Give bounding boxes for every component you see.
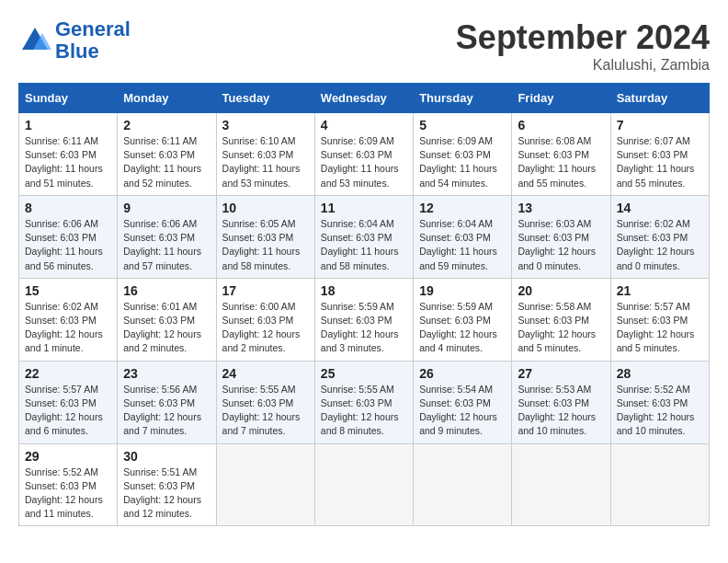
day-info: Sunrise: 6:04 AM Sunset: 6:03 PM Dayligh… <box>419 217 506 273</box>
day-number: 14 <box>617 201 703 215</box>
day-number: 1 <box>25 118 111 132</box>
calendar-cell: 25Sunrise: 5:55 AM Sunset: 6:03 PM Dayli… <box>314 361 413 443</box>
day-info: Sunrise: 6:11 AM Sunset: 6:03 PM Dayligh… <box>25 134 111 190</box>
day-number: 6 <box>518 118 604 132</box>
location-title: Kalulushi, Zambia <box>456 57 710 74</box>
day-info: Sunrise: 6:02 AM Sunset: 6:03 PM Dayligh… <box>25 300 111 356</box>
day-info: Sunrise: 6:06 AM Sunset: 6:03 PM Dayligh… <box>25 217 111 273</box>
calendar-cell: 9Sunrise: 6:06 AM Sunset: 6:03 PM Daylig… <box>118 195 216 278</box>
day-number: 25 <box>321 366 407 381</box>
day-number: 13 <box>518 201 604 215</box>
day-info: Sunrise: 5:52 AM Sunset: 6:03 PM Dayligh… <box>25 465 111 522</box>
calendar-cell: 14Sunrise: 6:02 AM Sunset: 6:03 PM Dayli… <box>610 195 709 278</box>
logo-line2: Blue <box>55 40 99 63</box>
day-number: 19 <box>419 283 506 298</box>
calendar-cell: 13Sunrise: 6:03 AM Sunset: 6:03 PM Dayli… <box>512 195 610 278</box>
weekday-header-wednesday: Wednesday <box>314 84 413 113</box>
calendar-cell: 19Sunrise: 5:59 AM Sunset: 6:03 PM Dayli… <box>414 278 512 361</box>
calendar-cell: 16Sunrise: 6:01 AM Sunset: 6:03 PM Dayli… <box>118 278 216 361</box>
calendar-cell <box>216 443 314 526</box>
day-number: 9 <box>123 201 210 215</box>
day-number: 29 <box>25 449 111 464</box>
day-info: Sunrise: 5:56 AM Sunset: 6:03 PM Dayligh… <box>123 383 210 439</box>
weekday-header-thursday: Thursday <box>414 84 512 113</box>
calendar-cell: 12Sunrise: 6:04 AM Sunset: 6:03 PM Dayli… <box>414 195 512 278</box>
day-info: Sunrise: 6:06 AM Sunset: 6:03 PM Dayligh… <box>123 217 210 273</box>
calendar-cell: 4Sunrise: 6:09 AM Sunset: 6:03 PM Daylig… <box>314 113 413 196</box>
day-info: Sunrise: 6:03 AM Sunset: 6:03 PM Dayligh… <box>518 217 604 273</box>
logo: General Blue <box>18 18 131 63</box>
title-block: September 2024 Kalulushi, Zambia <box>456 18 710 74</box>
calendar-cell: 28Sunrise: 5:52 AM Sunset: 6:03 PM Dayli… <box>610 361 709 443</box>
day-info: Sunrise: 6:01 AM Sunset: 6:03 PM Dayligh… <box>123 300 210 356</box>
calendar-cell: 6Sunrise: 6:08 AM Sunset: 6:03 PM Daylig… <box>512 113 610 196</box>
calendar-cell: 15Sunrise: 6:02 AM Sunset: 6:03 PM Dayli… <box>19 278 118 361</box>
calendar-cell: 24Sunrise: 5:55 AM Sunset: 6:03 PM Dayli… <box>216 361 314 443</box>
day-info: Sunrise: 5:53 AM Sunset: 6:03 PM Dayligh… <box>518 383 604 439</box>
calendar-cell: 2Sunrise: 6:11 AM Sunset: 6:03 PM Daylig… <box>118 113 216 196</box>
day-number: 2 <box>123 118 210 132</box>
day-number: 16 <box>123 283 210 298</box>
calendar-cell: 17Sunrise: 6:00 AM Sunset: 6:03 PM Dayli… <box>216 278 314 361</box>
day-info: Sunrise: 6:00 AM Sunset: 6:03 PM Dayligh… <box>222 300 309 356</box>
weekday-header-sunday: Sunday <box>19 84 118 113</box>
day-info: Sunrise: 5:57 AM Sunset: 6:03 PM Dayligh… <box>25 383 111 439</box>
calendar-cell: 26Sunrise: 5:54 AM Sunset: 6:03 PM Dayli… <box>414 361 512 443</box>
calendar-cell: 29Sunrise: 5:52 AM Sunset: 6:03 PM Dayli… <box>19 443 118 526</box>
day-number: 27 <box>518 366 604 381</box>
day-info: Sunrise: 5:51 AM Sunset: 6:03 PM Dayligh… <box>123 465 210 522</box>
weekday-header-friday: Friday <box>512 84 610 113</box>
calendar-cell <box>314 443 413 526</box>
day-info: Sunrise: 6:09 AM Sunset: 6:03 PM Dayligh… <box>321 134 407 190</box>
day-number: 12 <box>419 201 506 215</box>
day-number: 17 <box>222 283 309 298</box>
calendar-cell: 10Sunrise: 6:05 AM Sunset: 6:03 PM Dayli… <box>216 195 314 278</box>
calendar-cell: 11Sunrise: 6:04 AM Sunset: 6:03 PM Dayli… <box>314 195 413 278</box>
day-number: 8 <box>25 201 111 215</box>
day-number: 30 <box>123 449 210 464</box>
day-number: 20 <box>518 283 604 298</box>
weekday-header-row: SundayMondayTuesdayWednesdayThursdayFrid… <box>19 84 710 113</box>
day-number: 26 <box>419 366 506 381</box>
weekday-header-monday: Monday <box>118 84 216 113</box>
day-info: Sunrise: 5:58 AM Sunset: 6:03 PM Dayligh… <box>518 300 604 356</box>
day-number: 24 <box>222 366 309 381</box>
day-info: Sunrise: 6:02 AM Sunset: 6:03 PM Dayligh… <box>617 217 703 273</box>
calendar-table: SundayMondayTuesdayWednesdayThursdayFrid… <box>18 83 710 526</box>
logo-text: General Blue <box>55 18 131 63</box>
calendar-cell <box>512 443 610 526</box>
calendar-cell: 3Sunrise: 6:10 AM Sunset: 6:03 PM Daylig… <box>216 113 314 196</box>
day-info: Sunrise: 5:52 AM Sunset: 6:03 PM Dayligh… <box>617 383 703 439</box>
month-title: September 2024 <box>456 18 710 57</box>
calendar-cell: 5Sunrise: 6:09 AM Sunset: 6:03 PM Daylig… <box>414 113 512 196</box>
day-info: Sunrise: 5:55 AM Sunset: 6:03 PM Dayligh… <box>321 383 407 439</box>
day-info: Sunrise: 5:59 AM Sunset: 6:03 PM Dayligh… <box>419 300 506 356</box>
calendar-cell: 23Sunrise: 5:56 AM Sunset: 6:03 PM Dayli… <box>118 361 216 443</box>
day-info: Sunrise: 5:57 AM Sunset: 6:03 PM Dayligh… <box>617 300 703 356</box>
day-number: 22 <box>25 366 111 381</box>
day-info: Sunrise: 6:11 AM Sunset: 6:03 PM Dayligh… <box>123 134 210 190</box>
day-info: Sunrise: 6:05 AM Sunset: 6:03 PM Dayligh… <box>222 217 309 273</box>
calendar-week-row: 1Sunrise: 6:11 AM Sunset: 6:03 PM Daylig… <box>19 113 710 196</box>
calendar-cell: 21Sunrise: 5:57 AM Sunset: 6:03 PM Dayli… <box>610 278 709 361</box>
calendar-week-row: 15Sunrise: 6:02 AM Sunset: 6:03 PM Dayli… <box>19 278 710 361</box>
logo-line1: General <box>55 17 131 40</box>
day-info: Sunrise: 5:59 AM Sunset: 6:03 PM Dayligh… <box>321 300 407 356</box>
day-info: Sunrise: 5:55 AM Sunset: 6:03 PM Dayligh… <box>222 383 309 439</box>
calendar-cell: 20Sunrise: 5:58 AM Sunset: 6:03 PM Dayli… <box>512 278 610 361</box>
day-info: Sunrise: 6:08 AM Sunset: 6:03 PM Dayligh… <box>518 134 604 190</box>
calendar-week-row: 22Sunrise: 5:57 AM Sunset: 6:03 PM Dayli… <box>19 361 710 443</box>
calendar-cell <box>414 443 512 526</box>
calendar-cell <box>610 443 709 526</box>
weekday-header-saturday: Saturday <box>610 84 709 113</box>
day-number: 11 <box>321 201 407 215</box>
calendar-week-row: 29Sunrise: 5:52 AM Sunset: 6:03 PM Dayli… <box>19 443 710 526</box>
day-number: 4 <box>321 118 407 132</box>
day-info: Sunrise: 6:07 AM Sunset: 6:03 PM Dayligh… <box>617 134 703 190</box>
day-info: Sunrise: 6:09 AM Sunset: 6:03 PM Dayligh… <box>419 134 506 190</box>
day-number: 15 <box>25 283 111 298</box>
calendar-cell: 7Sunrise: 6:07 AM Sunset: 6:03 PM Daylig… <box>610 113 709 196</box>
calendar-cell: 27Sunrise: 5:53 AM Sunset: 6:03 PM Dayli… <box>512 361 610 443</box>
day-info: Sunrise: 6:10 AM Sunset: 6:03 PM Dayligh… <box>222 134 309 190</box>
calendar-cell: 1Sunrise: 6:11 AM Sunset: 6:03 PM Daylig… <box>19 113 118 196</box>
